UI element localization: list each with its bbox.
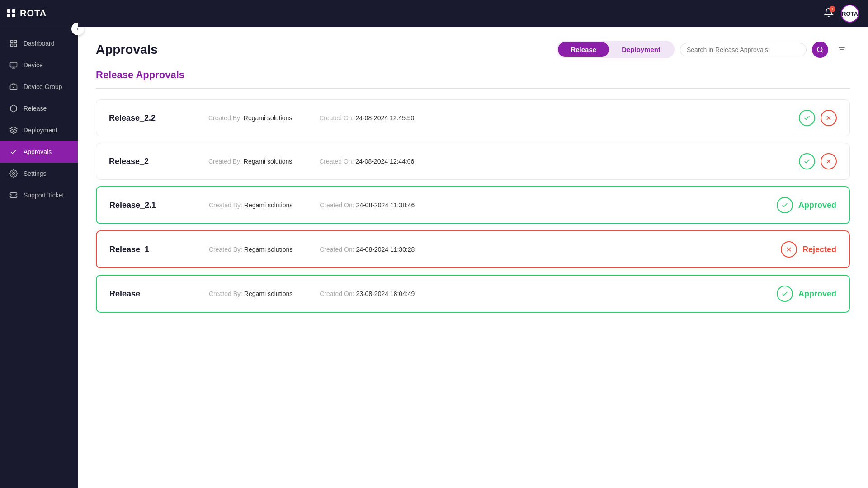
approval-name: Release_1 [109,245,191,254]
approval-name: Release [109,289,191,299]
approval-card-3: Release_2.1 Created By: Regami solutions… [96,186,850,224]
sidebar-item-device[interactable]: Device [0,54,78,76]
device-icon [9,61,18,70]
reject-x-icon [825,158,832,165]
sidebar-nav: Dashboard Device Device Group Release [0,27,78,488]
svg-rect-0 [10,40,13,42]
created-by-4: Created By: Regami solutions [209,246,292,253]
status-badge-approved-3: Approved [798,201,836,210]
dashboard-icon [9,39,18,48]
sidebar-item-label: Settings [24,170,47,177]
device-group-icon [9,82,18,91]
sidebar-item-label: Device [24,61,43,69]
reject-x-icon [825,114,832,122]
topbar: 1 ROTA [78,0,868,27]
status-badge-approved-5: Approved [798,289,836,299]
sidebar: ROTA ‹ Dashboard Device Device Group [0,0,78,488]
approval-meta: Created By: Regami solutions Created On:… [191,202,777,209]
sidebar-item-support-ticket[interactable]: Support Ticket [0,184,78,206]
approval-name: Release_2 [109,157,190,166]
created-on-5: Created On: 23-08-2024 18:04:49 [320,290,415,297]
created-on-1: Created On: 24-08-2024 12:45:50 [319,114,414,122]
created-by-2: Created By: Regami solutions [208,158,292,165]
search-button[interactable] [812,42,828,58]
created-by-5: Created By: Regami solutions [209,290,292,297]
sidebar-item-deployment[interactable]: Deployment [0,119,78,141]
svg-rect-1 [14,40,17,42]
svg-point-10 [13,173,15,175]
notification-bell-button[interactable]: 1 [824,8,834,19]
user-avatar[interactable]: ROTA [841,5,859,23]
filter-icon [837,45,846,54]
approval-actions-3: Approved [777,197,836,213]
main-content: Approvals Release Deployment Release App… [78,27,868,488]
created-by-3: Created By: Regami solutions [209,202,292,209]
page-header: Approvals Release Deployment [96,41,850,58]
sidebar-header: ROTA [0,0,78,27]
approval-name: Release_2.2 [109,113,190,123]
settings-icon [9,169,18,178]
reject-x-icon [785,246,793,253]
approval-name: Release_2.1 [109,201,191,210]
page-title: Approvals [96,42,158,57]
sidebar-item-dashboard[interactable]: Dashboard [0,33,78,54]
logo-icon [7,9,15,17]
approval-actions-4: Rejected [781,241,836,258]
created-on-2: Created On: 24-08-2024 12:44:06 [319,158,414,165]
app-name: ROTA [20,8,47,19]
approval-actions-1 [799,110,837,126]
section-title: Release Approvals [96,69,850,81]
sidebar-item-release[interactable]: Release [0,98,78,119]
approve-check-icon [781,290,788,297]
approvals-list: Release_2.2 Created By: Regami solutions… [96,99,850,313]
section-divider [96,88,850,89]
svg-rect-3 [14,44,17,47]
tab-release[interactable]: Release [558,42,609,57]
approvals-icon [9,147,18,156]
support-ticket-icon [9,191,18,200]
sidebar-item-label: Approvals [24,148,52,155]
header-actions: Release Deployment [557,41,850,58]
approve-check-icon [781,202,788,209]
status-badge-rejected-4: Rejected [802,245,836,254]
created-by-1: Created By: Regami solutions [208,114,292,122]
sidebar-item-label: Support Ticket [24,192,64,199]
approve-button-1[interactable] [799,110,815,126]
reject-button-1[interactable] [821,110,837,126]
sidebar-item-label: Device Group [24,83,62,90]
approval-meta: Created By: Regami solutions Created On:… [190,114,799,122]
approval-card-5: Release Created By: Regami solutions Cre… [96,275,850,313]
search-box [680,43,807,56]
rejected-x-button-4[interactable] [781,241,797,258]
approval-actions-2 [799,153,837,169]
approval-meta: Created By: Regami solutions Created On:… [191,290,777,297]
release-icon [9,104,18,113]
created-on-3: Created On: 24-08-2024 11:38:46 [320,202,415,209]
reject-button-2[interactable] [821,153,837,169]
approval-actions-5: Approved [777,286,836,302]
tab-deployment[interactable]: Deployment [609,42,673,57]
tab-group: Release Deployment [557,41,675,58]
approval-meta: Created By: Regami solutions Created On:… [190,158,799,165]
svg-rect-2 [10,44,13,47]
sidebar-item-device-group[interactable]: Device Group [0,76,78,98]
filter-button[interactable] [834,42,850,58]
approval-card-1: Release_2.2 Created By: Regami solutions… [96,99,850,136]
sidebar-item-settings[interactable]: Settings [0,163,78,184]
search-icon [816,46,824,53]
sidebar-item-approvals[interactable]: Approvals [0,141,78,163]
svg-rect-4 [10,62,17,67]
approve-check-icon [803,158,811,165]
approved-check-button-5[interactable] [777,286,793,302]
sidebar-item-label: Dashboard [24,40,55,47]
search-input[interactable] [687,46,800,53]
svg-point-11 [817,47,822,52]
notification-badge: 1 [829,6,835,12]
approve-button-2[interactable] [799,153,815,169]
approved-check-button-3[interactable] [777,197,793,213]
approve-check-icon [803,114,811,122]
created-on-4: Created On: 24-08-2024 11:30:28 [320,246,415,253]
approval-card-4: Release_1 Created By: Regami solutions C… [96,230,850,268]
svg-line-12 [821,51,823,52]
approval-card-2: Release_2 Created By: Regami solutions C… [96,143,850,180]
